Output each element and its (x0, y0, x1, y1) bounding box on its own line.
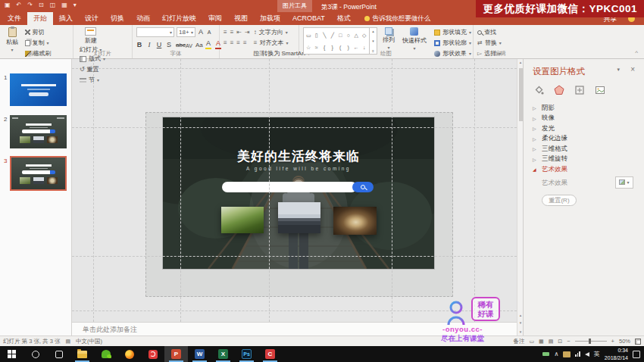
tell-me-box[interactable]: 告诉我你想要做什么 (364, 12, 431, 25)
shape-icon[interactable]: ↓ (363, 45, 366, 50)
tab-design[interactable]: 设计 (79, 12, 105, 25)
tab-view[interactable]: 视图 (228, 12, 254, 25)
undo-icon[interactable]: ↶ (17, 2, 22, 9)
spellcheck-icon[interactable]: ▤ (65, 339, 70, 345)
shape-icon[interactable]: ▭ (306, 33, 311, 38)
italic-button[interactable]: I (146, 42, 152, 49)
fill-line-icon[interactable] (533, 85, 544, 95)
tab-addins[interactable]: 加载项 (254, 12, 286, 25)
align-center-icon[interactable]: ≡ (230, 39, 234, 46)
search-box-shape[interactable] (222, 182, 357, 192)
normal-view-icon[interactable]: ▭ (529, 339, 534, 345)
tab-format-contextual[interactable]: 格式 (331, 12, 357, 25)
shape-icon[interactable]: ╱ (331, 33, 334, 38)
gallery-down-icon[interactable]: ▾ (372, 39, 374, 43)
preview-icon[interactable]: ◫ (50, 2, 56, 9)
copy-button[interactable]: 复制▾ (25, 39, 52, 47)
shape-icon[interactable]: { (324, 45, 325, 50)
pane-section-3d-format[interactable]: ▷三维格式 (524, 144, 644, 154)
red-c-app-button[interactable]: C (258, 346, 282, 362)
artistic-effect-reset-button[interactable]: 重置(R) (542, 195, 577, 206)
find-button[interactable]: 查找 (477, 28, 502, 36)
shape-icon[interactable]: ) (348, 45, 349, 50)
strikethrough-button[interactable]: abc (176, 42, 182, 49)
pane-section-artistic-effects-expanded[interactable]: ◢艺术效果 (524, 164, 644, 175)
shape-outline-button[interactable]: 形状轮廓▾ (434, 39, 471, 47)
zoom-slider[interactable] (575, 341, 607, 342)
tab-slideshow[interactable]: 幻灯片放映 (156, 12, 202, 25)
pane-section-reflection[interactable]: ▷映像 (524, 114, 644, 124)
zoom-out-button[interactable]: − (567, 338, 570, 345)
tab-acrobat[interactable]: ACROBAT (286, 12, 331, 25)
slide-editing-canvas[interactable]: 美好的生活终将来临 A good life will be coming (72, 59, 517, 322)
cut-button[interactable]: 剪切 (25, 28, 52, 36)
shape-icon[interactable]: □ (339, 33, 342, 38)
start-slideshow-icon[interactable]: ⊡ (39, 2, 44, 9)
pane-section-shadow[interactable]: ▷阴影 (524, 103, 644, 114)
slide-thumbnail-3-selected[interactable] (10, 156, 67, 191)
pane-section-soft-edges[interactable]: ▷柔化边缘 (524, 134, 644, 145)
shape-icon[interactable]: } (332, 45, 333, 50)
zoom-level[interactable]: 50% (619, 338, 630, 345)
underline-button[interactable]: U (156, 42, 162, 49)
fit-to-window-icon[interactable] (635, 339, 641, 345)
font-name-combobox[interactable]: ▾ (136, 27, 174, 37)
redo-icon[interactable]: ↷ (27, 2, 33, 9)
media-app-button[interactable] (141, 346, 164, 362)
volume-icon[interactable] (585, 352, 589, 357)
reading-view-icon[interactable]: ▤ (549, 339, 554, 345)
text-shadow-button[interactable]: S (166, 42, 172, 49)
shape-fill-button[interactable]: 形状填充▾ (434, 28, 471, 36)
print-icon[interactable]: ▦ (61, 2, 67, 9)
pane-options-dropdown-icon[interactable]: ▾ (617, 67, 620, 73)
slide-image-green-mountains[interactable] (221, 207, 264, 233)
highlight-color-button[interactable]: A (205, 40, 211, 49)
network-icon[interactable] (575, 351, 580, 357)
collapse-ribbon-icon[interactable]: ^ (635, 49, 638, 56)
show-hidden-icons[interactable]: ∧ (554, 351, 558, 357)
shape-icon[interactable]: ▯ (315, 33, 318, 38)
numbering-icon[interactable]: ≡ (230, 29, 234, 36)
slideshow-view-icon[interactable]: ⊡ (558, 339, 562, 345)
slide-thumbnail-1[interactable] (10, 73, 67, 106)
shrink-font-button[interactable]: A (206, 30, 212, 36)
align-right-icon[interactable]: ≡ (236, 39, 240, 46)
notes-pane[interactable]: 单击此处添加备注 (72, 322, 517, 335)
pane-section-glow[interactable]: ▷发光 (524, 123, 644, 134)
increase-indent-icon[interactable]: ⇥ (245, 29, 250, 36)
search-button-shape[interactable] (352, 182, 374, 192)
shape-icon[interactable]: ☆ (306, 45, 311, 50)
font-size-combobox[interactable]: 18+▾ (177, 27, 195, 37)
slide-image-rock-arch[interactable] (333, 207, 377, 235)
grow-font-button[interactable]: A (198, 29, 204, 36)
reset-button[interactable]: ↺重置 (80, 65, 105, 73)
character-spacing-button[interactable]: AV (186, 43, 192, 49)
change-case-button[interactable]: Aa (195, 42, 202, 49)
justify-icon[interactable]: ≡ (243, 39, 247, 46)
zoom-slider-thumb[interactable] (589, 339, 591, 344)
slide-thumbnail-2[interactable] (10, 115, 67, 148)
effects-icon-active[interactable] (554, 85, 564, 95)
shape-icon[interactable]: △ (355, 33, 358, 38)
wechat-button[interactable] (94, 346, 117, 362)
shape-icon[interactable]: ( (339, 45, 341, 50)
notes-toggle-button[interactable]: 备注 (513, 338, 524, 345)
task-view-button[interactable] (47, 346, 70, 362)
tab-review[interactable]: 审阅 (202, 12, 228, 25)
word-taskbar-button[interactable]: W (188, 346, 211, 362)
section-button[interactable]: 节▾ (80, 76, 105, 84)
replace-button[interactable]: ⇄替换▾ (477, 39, 502, 47)
picture-icon[interactable] (595, 85, 605, 95)
align-left-icon[interactable]: ≡ (224, 39, 227, 46)
bold-button[interactable]: B (136, 42, 142, 49)
file-explorer-button[interactable] (70, 346, 94, 362)
cortana-button[interactable] (23, 346, 47, 362)
shape-icon[interactable]: ◇ (362, 33, 366, 38)
shape-icon[interactable]: ← (354, 45, 359, 50)
slide-subtitle-text[interactable]: A good life will be coming (163, 166, 434, 171)
photoshop-taskbar-button[interactable]: Ps (235, 346, 258, 362)
excel-taskbar-button[interactable]: X (211, 346, 235, 362)
language-indicator[interactable]: 中文(中国) (76, 338, 102, 345)
taskbar-clock[interactable]: 0:34 2018/2/14 (605, 347, 628, 360)
tab-file[interactable]: 文件 (2, 12, 27, 25)
